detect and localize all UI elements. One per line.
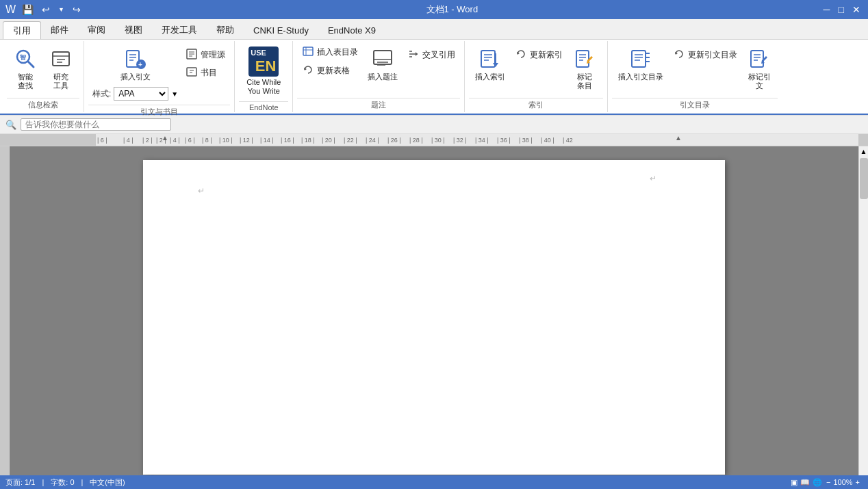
insert-caption-icon [370,47,395,71]
group-index-label: 索引 [469,98,603,112]
endnote-logo: USE EN [248,47,279,77]
doc-scroll-area: ↵ ↵ [10,146,858,475]
svg-rect-20 [303,47,313,55]
style-select[interactable]: APA MLA Chicago [114,87,168,101]
research-tool-label: 研究 工具 [53,72,68,90]
style-dropdown-arrow[interactable]: ▼ [171,90,178,98]
main-content: ↵ ↵ ▲ [0,146,868,475]
smart-search-label: 智能 查找 [18,72,33,90]
view-web[interactable]: 🌐 [813,478,822,487]
insert-citation-icon: + [123,47,148,71]
view-normal[interactable]: ▣ [791,478,797,487]
mark-citation-icon [747,47,771,71]
para-mark-2: ↵ [198,186,205,196]
para-mark-1: ↵ [650,174,656,183]
status-bar: 页面: 1/1 | 字数: 0 | 中文(中国) ▣ 📖 🌐 − 100% + [0,475,868,489]
tab-youjian[interactable]: 邮件 [41,21,78,39]
smart-search-button[interactable]: 智 智能 查找 [8,44,42,93]
vertical-ruler [0,146,10,475]
mark-entry-label: 标记 条目 [577,72,592,90]
insert-table-title-button[interactable]: 插入表目录 [298,44,361,61]
search-input[interactable] [21,118,171,131]
qa-redo[interactable]: ↪ [71,3,83,16]
mark-citation-label: 标记引 文 [748,72,771,90]
update-toc-button[interactable]: 更新引文目录 [669,47,741,64]
research-tool-button[interactable]: 研究 工具 [44,44,78,93]
mark-entry-button[interactable]: 标记 条目 [567,44,602,93]
research-tool-icon [49,47,73,71]
ribbon-toolbar: 智 智能 查找 研究 工具 信息检索 [0,40,868,115]
manage-source-icon [186,49,198,62]
window-close[interactable]: ✕ [850,3,863,16]
qa-undo[interactable]: ↩ [40,3,52,16]
book-icon [186,66,198,79]
insert-caption-label: 插入题注 [368,72,398,81]
qa-undo-arrow[interactable]: ▼ [56,5,66,14]
svg-rect-39 [576,51,589,67]
group-toc-label: 引文目录 [612,98,778,112]
group-info-search: 智 智能 查找 研究 工具 信息检索 [3,41,84,112]
tab-yinyong[interactable]: 引用 [3,21,41,39]
svg-rect-32 [481,51,495,67]
word-count: 字数: 0 [51,477,74,488]
svg-rect-3 [53,52,69,66]
insert-book-button[interactable]: 书目 [182,64,229,81]
tab-kaifagongju[interactable]: 开发工具 [152,21,207,39]
cross-ref-button[interactable]: 交叉引用 [404,47,459,64]
qa-save[interactable]: 💾 [20,3,36,16]
app-icon: W [5,3,16,16]
cite-while-write-button[interactable]: USE EN Cite WhileYou Write [240,44,287,98]
group-toc: 插入引文目录 更新引文目录 [608,41,782,112]
update-toc-label: 更新引文目录 [688,49,737,61]
window-maximize[interactable]: □ [837,3,846,16]
group-info-search-label: 信息检索 [7,98,79,112]
svg-rect-52 [751,51,763,67]
group-ref-book-label: 引文与书目 [88,105,230,119]
svg-marker-43 [587,56,593,64]
tab-bangzhu[interactable]: 帮助 [207,21,244,39]
group-index: 插入索引 更新索引 [465,41,608,112]
tab-shenhe[interactable]: 审阅 [78,21,115,39]
svg-text:智: 智 [19,54,26,61]
manage-source-button[interactable]: 管理源 [182,47,229,64]
mark-citation-button[interactable]: 标记引 文 [742,44,776,93]
page-info: 页面: 1/1 [5,477,35,488]
document-page: ↵ ↵ [143,160,725,475]
scrollbar-up-button[interactable]: ▲ [859,146,868,157]
smart-search-icon: 智 [13,47,38,71]
cross-ref-icon [407,49,420,62]
group-endnote-label: EndNote [239,101,288,114]
separator: | [42,478,44,486]
insert-index-button[interactable]: 插入索引 [470,44,510,84]
scrollbar-thumb[interactable] [860,158,868,199]
insert-caption-button[interactable]: 插入题注 [363,44,403,84]
style-label: 样式: [92,88,111,100]
search-icon: 🔍 [5,120,16,130]
window-minimize[interactable]: ─ [821,3,832,16]
tab-cnki[interactable]: CNKI E-Study [244,21,318,39]
ribbon-tabs: 引用 邮件 审阅 视图 开发工具 帮助 CNKI E-Study EndNote… [0,19,868,40]
insert-index-label: 插入索引 [475,72,505,81]
view-read[interactable]: 📖 [800,478,810,487]
insert-toc-icon [628,47,653,71]
insert-table-title-label: 插入表目录 [317,47,358,58]
zoom-in[interactable]: + [856,478,860,486]
update-index-label: 更新索引 [530,49,563,61]
title-bar: W 💾 ↩ ▼ ↪ 文档1 - Word ─ □ ✕ [0,0,868,19]
update-index-button[interactable]: 更新索引 [511,47,566,64]
svg-rect-44 [632,51,646,67]
tab-shitu[interactable]: 视图 [115,21,152,39]
svg-line-1 [28,62,34,67]
insert-toc-label: 插入引文目录 [618,72,663,81]
update-index-icon [515,49,527,62]
zoom-out[interactable]: − [826,478,830,486]
tab-endnote[interactable]: EndNote X9 [318,21,385,39]
ruler: | 6 | | 4 | | 2 | | 2 | | 4 | | 6 | | 8 … [0,134,868,146]
insert-citation-button[interactable]: + 插入引文 [116,44,155,84]
update-table-button[interactable]: 更新表格 [298,62,361,79]
insert-table-title-icon [302,46,314,59]
language: 中文(中国) [90,477,125,488]
search-area: 🔍 [0,115,868,134]
insert-toc-button[interactable]: 插入引文目录 [613,44,668,84]
vertical-scrollbar[interactable]: ▲ [858,146,868,475]
